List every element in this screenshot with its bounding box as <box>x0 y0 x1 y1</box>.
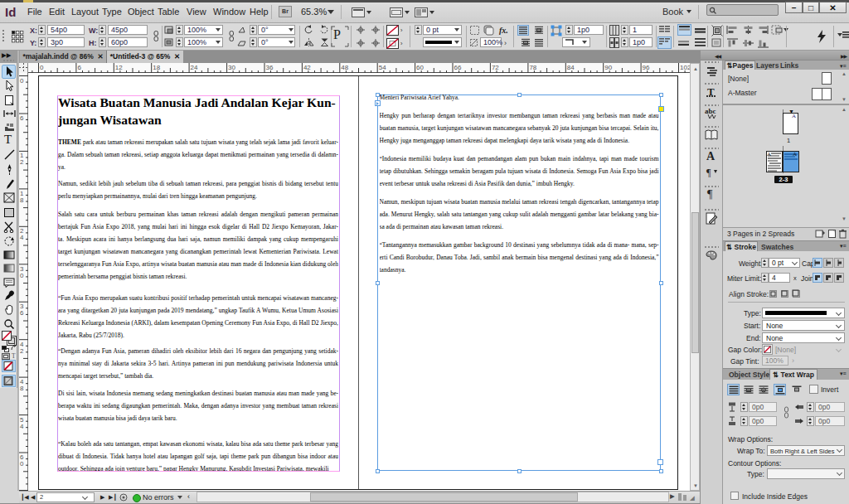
svg-text:42: 42 <box>303 64 311 71</box>
svg-text:2: 2 <box>20 158 24 166</box>
svg-text:60: 60 <box>416 64 424 71</box>
svg-text:8: 8 <box>20 196 24 204</box>
svg-text:72: 72 <box>492 64 499 71</box>
svg-text:78: 78 <box>529 64 536 71</box>
svg-text:4: 4 <box>20 234 24 241</box>
svg-text:2: 2 <box>20 347 24 355</box>
svg-text:30: 30 <box>228 64 235 71</box>
svg-text:90: 90 <box>604 64 612 71</box>
svg-text:0: 0 <box>20 460 24 468</box>
svg-text:18: 18 <box>153 64 160 71</box>
svg-text:6: 6 <box>20 309 24 317</box>
svg-text:84: 84 <box>567 64 575 71</box>
svg-text:36: 36 <box>266 64 274 71</box>
svg-text:6: 6 <box>77 64 81 71</box>
svg-text:0: 0 <box>40 64 44 71</box>
svg-text:0: 0 <box>20 77 24 85</box>
svg-text:24: 24 <box>191 64 198 71</box>
svg-text:12: 12 <box>115 64 123 71</box>
svg-text:¶: ¶ <box>706 167 711 178</box>
svg-text:0: 0 <box>20 272 24 279</box>
svg-text:48: 48 <box>341 64 348 71</box>
svg-text:96: 96 <box>643 64 650 71</box>
svg-text:4: 4 <box>20 423 24 430</box>
svg-text:8: 8 <box>20 385 24 392</box>
svg-text:66: 66 <box>454 64 462 71</box>
svg-text:6: 6 <box>20 114 24 122</box>
svg-text:54: 54 <box>379 64 386 71</box>
